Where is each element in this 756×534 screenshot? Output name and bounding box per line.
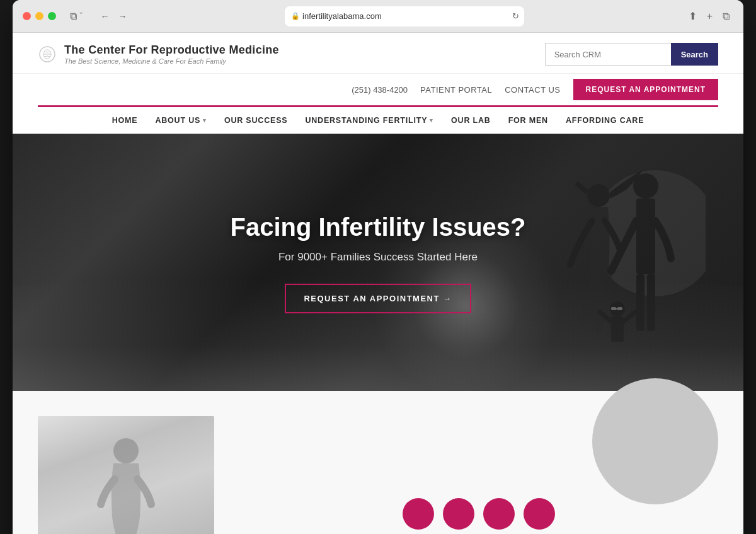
svg-rect-4	[636, 199, 655, 274]
phone-number: (251) 438-4200	[352, 85, 408, 95]
hero-subtitle: For 9000+ Families Success Started Here	[230, 251, 525, 264]
pink-dot-1	[403, 498, 434, 530]
svg-point-2	[587, 184, 610, 207]
logo-section: The Center For Reproductive Medicine The…	[38, 44, 279, 65]
hero-title: Facing Infertility Issues?	[230, 212, 525, 242]
main-nav: HOME ABOUT US ▾ OUR SUCCESS UNDERSTANDIN…	[13, 107, 743, 134]
hero-cta-button[interactable]: REQUEST AN APPOINTMENT →	[285, 284, 471, 313]
svg-rect-11	[611, 316, 624, 342]
browser-controls: ← →	[98, 9, 129, 24]
svg-rect-10	[616, 308, 618, 310]
nav-item-lab[interactable]: OUR LAB	[451, 116, 491, 125]
website-content: The Center For Reproductive Medicine The…	[13, 33, 743, 534]
browser-window: ⧉ ˅ ← → 🔒 ↻ ⬆ + ⧉	[13, 0, 743, 534]
search-section: Search	[545, 43, 718, 66]
nav-item-affording[interactable]: AFFORDING CARE	[566, 116, 644, 125]
logo-text: The Center For Reproductive Medicine The…	[64, 44, 279, 65]
address-input[interactable]	[285, 6, 524, 26]
nav-item-fertility[interactable]: UNDERSTANDING FERTILITY ▾	[305, 116, 433, 125]
chevron-down-icon: ▾	[430, 117, 433, 124]
pink-dot-3	[483, 498, 515, 530]
address-bar-container: 🔒 ↻	[134, 6, 674, 26]
tab-bar: ⧉ ˅	[66, 8, 86, 25]
site-tagline: The Best Science, Medicine & Care For Ea…	[64, 57, 279, 65]
browser-titlebar: ⧉ ˅ ← → 🔒 ↻ ⬆ + ⧉	[13, 0, 743, 33]
traffic-lights	[23, 12, 56, 20]
site-title: The Center For Reproductive Medicine	[64, 44, 279, 57]
pink-dot-2	[443, 498, 474, 530]
nav-item-success[interactable]: OUR SUCCESS	[224, 116, 287, 125]
minimize-button[interactable]	[35, 12, 43, 20]
below-hero-section	[13, 391, 743, 534]
request-appointment-button-top[interactable]: REQUEST AN APPOINTMENT	[573, 79, 718, 100]
logo-icon	[38, 45, 57, 64]
svg-point-3	[633, 173, 658, 199]
refresh-button[interactable]: ↻	[512, 11, 519, 21]
svg-rect-6	[647, 274, 655, 331]
below-hero-image	[38, 416, 214, 534]
site-header: The Center For Reproductive Medicine The…	[13, 33, 743, 134]
woman-silhouette	[88, 435, 164, 534]
nav-item-men[interactable]: FOR MEN	[508, 116, 548, 125]
address-bar-wrapper: 🔒 ↻	[285, 6, 524, 26]
nav-item-about[interactable]: ABOUT US ▾	[155, 116, 207, 125]
family-silhouette	[529, 158, 706, 372]
patient-portal-link[interactable]: PATIENT PORTAL	[420, 85, 492, 95]
add-tab-button[interactable]: +	[703, 8, 716, 25]
fullscreen-button[interactable]	[48, 12, 56, 20]
chevron-down-icon: ▾	[203, 117, 207, 124]
contact-us-link[interactable]: CONTACT US	[505, 85, 560, 95]
header-top: The Center For Reproductive Medicine The…	[13, 33, 743, 73]
svg-rect-5	[636, 274, 644, 331]
share-button[interactable]: ⬆	[685, 8, 701, 25]
sidebar-button[interactable]: ⧉	[719, 8, 733, 25]
browser-actions: ⬆ + ⧉	[685, 8, 733, 25]
forward-button[interactable]: →	[115, 9, 129, 24]
svg-point-12	[113, 438, 139, 463]
nav-item-home[interactable]: HOME	[112, 116, 138, 125]
dots-section	[239, 416, 718, 534]
tab-overview-button[interactable]: ⧉ ˅	[66, 8, 86, 25]
search-input[interactable]	[545, 43, 671, 66]
gray-circle-decoration	[592, 378, 718, 504]
pink-dot-4	[524, 498, 555, 530]
search-button[interactable]: Search	[671, 43, 718, 66]
svg-rect-9	[617, 307, 622, 310]
close-button[interactable]	[23, 12, 31, 20]
utility-nav: (251) 438-4200 PATIENT PORTAL CONTACT US…	[13, 73, 743, 105]
svg-rect-8	[611, 307, 616, 310]
hero-content: Facing Infertility Issues? For 9000+ Fam…	[230, 212, 525, 313]
back-button[interactable]: ←	[98, 9, 112, 24]
lock-icon: 🔒	[291, 12, 300, 20]
hero-section: Facing Infertility Issues? For 9000+ Fam…	[13, 134, 743, 391]
